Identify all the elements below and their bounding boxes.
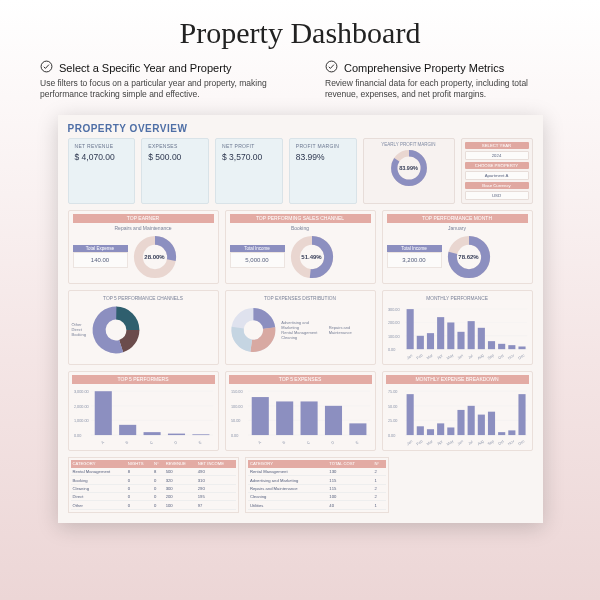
svg-text:E: E	[355, 440, 360, 445]
svg-text:Mar: Mar	[426, 439, 434, 446]
svg-text:Apr: Apr	[436, 353, 444, 360]
svg-rect-97	[426, 429, 433, 435]
donut-legend: OtherDirectBooking	[72, 322, 86, 337]
stat-value: 140.00	[73, 252, 128, 268]
table-performers-wrap: CATEGORYNIGHTSN°REVENUENET INCOMERental …	[68, 457, 239, 513]
stat-value: 3,200.00	[387, 252, 442, 268]
svg-text:Sep: Sep	[487, 353, 495, 360]
svg-text:May: May	[446, 439, 454, 446]
feature-body: Use filters to focus on a particular yea…	[40, 78, 275, 101]
stat-label: Total Income	[387, 245, 442, 252]
svg-rect-45	[508, 345, 515, 349]
svg-rect-27	[416, 336, 423, 349]
panel-band: TOP EARNER	[73, 214, 214, 223]
svg-text:Mar: Mar	[426, 353, 434, 360]
dashboard: PROPERTY OVERVIEW NET REVENUE $ 4,070.00…	[58, 115, 543, 523]
svg-text:75.00: 75.00	[387, 390, 397, 394]
svg-rect-101	[447, 427, 454, 435]
bar-monthly-expense: 0.0025.0050.0075.00JanFebMarAprMayJunJul…	[386, 386, 529, 446]
panel-band: TOP PERFORMING SALES CHANNEL	[230, 214, 371, 223]
panel-band: TOP 5 PERFORMERS	[72, 375, 215, 384]
panel-sub: January	[387, 225, 528, 231]
bar-top5-performers: 0.001,000.002,000.003,000.00ABCDE	[72, 386, 215, 446]
filter-year-value[interactable]: 2024	[465, 151, 529, 160]
feature-title: Comprehensive Property Metrics	[344, 62, 504, 74]
panel-top-month: TOP PERFORMANCE MONTH January Total Inco…	[382, 210, 533, 284]
kpi-label: NET REVENUE	[75, 143, 129, 149]
svg-text:Jul: Jul	[467, 440, 473, 446]
table-expenses-wrap: CATEGORYTOTAL COSTN°Rental Management130…	[245, 457, 389, 513]
yearly-gauge-box: YEARLY PROFIT MARGIN 83.99%	[363, 138, 455, 204]
svg-text:0.00: 0.00	[387, 434, 394, 438]
svg-text:Feb: Feb	[415, 353, 423, 360]
svg-text:May: May	[446, 353, 454, 360]
svg-text:C: C	[149, 440, 154, 445]
svg-rect-47	[518, 346, 525, 349]
svg-rect-63	[167, 434, 184, 435]
svg-rect-33	[447, 322, 454, 349]
svg-text:E: E	[198, 440, 203, 445]
panel-band: MONTHLY EXPENSE BREAKDOWN	[386, 375, 529, 384]
svg-text:0.00: 0.00	[73, 434, 80, 438]
stat-label: Total Income	[230, 245, 285, 252]
svg-rect-83	[349, 423, 366, 435]
kpi-expenses: EXPENSES $ 500.00	[141, 138, 209, 204]
svg-rect-79	[300, 401, 317, 435]
bar-monthly-perf: 0.00100.00200.00300.00JanFebMarAprMayJun…	[386, 304, 529, 360]
dash-title: PROPERTY OVERVIEW	[68, 123, 533, 134]
svg-text:Oct: Oct	[497, 439, 505, 446]
svg-text:0.00: 0.00	[387, 348, 394, 352]
donut-top-expenses	[229, 304, 278, 356]
feature-body: Review financial data for each property,…	[325, 78, 560, 101]
kpi-net-revenue: NET REVENUE $ 4,070.00	[68, 138, 136, 204]
donut-top-month: 78.62%	[446, 234, 492, 280]
svg-text:Oct: Oct	[497, 353, 505, 360]
svg-text:Aug: Aug	[476, 439, 484, 446]
svg-text:150.00: 150.00	[230, 390, 242, 394]
kpi-label: EXPENSES	[148, 143, 202, 149]
donut-top-channel: 51.49%	[289, 234, 335, 280]
svg-rect-77	[276, 401, 293, 435]
svg-text:B: B	[281, 440, 286, 445]
feature-metrics: Comprehensive Property Metrics Review fi…	[325, 60, 560, 101]
svg-text:D: D	[330, 440, 335, 445]
svg-rect-75	[251, 397, 268, 435]
row-tables: CATEGORYNIGHTSN°REVENUENET INCOMERental …	[68, 457, 533, 513]
panel-sub: Booking	[230, 225, 371, 231]
svg-text:Feb: Feb	[415, 439, 423, 446]
panel-top5-channels: TOP 5 PERFORMANCE CHANNELS OtherDirectBo…	[68, 290, 219, 365]
table-performers: CATEGORYNIGHTSN°REVENUENET INCOMERental …	[71, 460, 236, 510]
svg-rect-99	[437, 423, 444, 435]
donut-pct: 28.00%	[132, 234, 178, 280]
svg-text:A: A	[100, 440, 105, 445]
svg-text:Jun: Jun	[456, 439, 463, 446]
kpi-label: PROFIT MARGIN	[296, 143, 350, 149]
filter-property-label: CHOOSE PROPERTY	[465, 162, 529, 169]
donut-top-earner: 28.00%	[132, 234, 178, 280]
panel-band: TOP 5 EXPENSES	[229, 375, 372, 384]
check-circle-icon	[40, 60, 53, 75]
svg-text:2,000.00: 2,000.00	[73, 405, 88, 409]
panel-top5-expenses: TOP 5 EXPENSES 0.0050.00100.00150.00ABCD…	[225, 371, 376, 451]
kpi-label: NET PROFIT	[222, 143, 276, 149]
svg-point-1	[326, 61, 337, 72]
svg-text:50.00: 50.00	[230, 419, 240, 423]
svg-rect-111	[498, 432, 505, 435]
svg-text:Nov: Nov	[507, 439, 515, 446]
svg-text:3,000.00: 3,000.00	[73, 390, 88, 394]
svg-rect-105	[467, 406, 474, 435]
svg-rect-93	[406, 394, 413, 435]
stat-value: 5,000.00	[230, 252, 285, 268]
svg-text:Jan: Jan	[405, 353, 412, 359]
row-donuts-monthly: TOP 5 PERFORMANCE CHANNELS OtherDirectBo…	[68, 290, 533, 365]
panel-top-earner: TOP EARNER Repairs and Maintenance Total…	[68, 210, 219, 284]
svg-text:100.00: 100.00	[230, 405, 242, 409]
filter-currency-label: Base Currency	[465, 182, 529, 189]
highlight-row: TOP EARNER Repairs and Maintenance Total…	[68, 210, 533, 284]
kpi-net-profit: NET PROFIT $ 3,570.00	[215, 138, 283, 204]
filter-property-value[interactable]: Apartment A	[465, 171, 529, 180]
svg-text:50.00: 50.00	[387, 405, 397, 409]
kpi-value: $ 3,570.00	[222, 152, 276, 162]
svg-text:Jun: Jun	[456, 353, 463, 359]
filter-currency-value[interactable]: USD	[465, 191, 529, 200]
